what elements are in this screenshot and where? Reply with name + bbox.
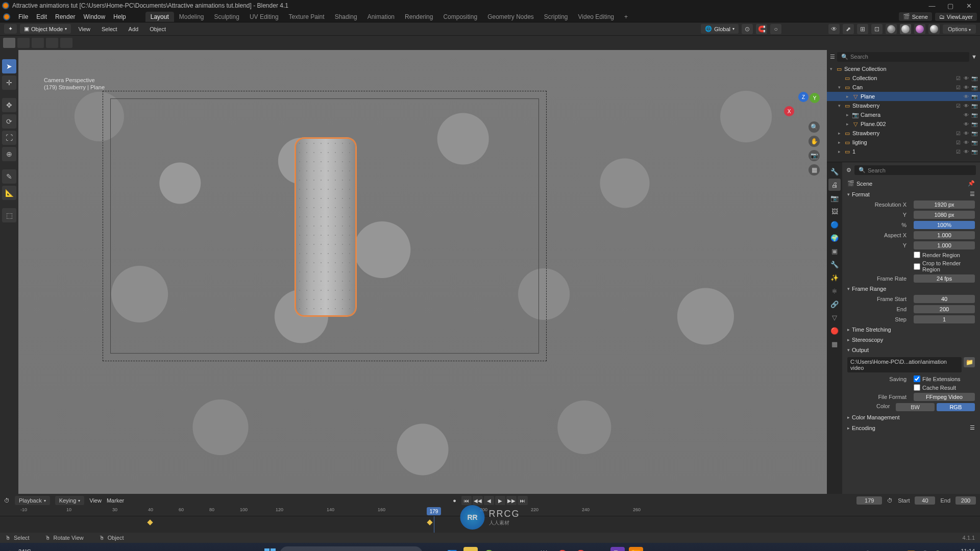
section-time-stretching[interactable]: ▸Time Stretching	[842, 324, 980, 335]
ptab-viewlayer[interactable]: 🖼	[828, 205, 841, 217]
frame-start-field[interactable]: 40	[914, 295, 975, 303]
tab-uv-editing[interactable]: UV Editing	[244, 12, 284, 22]
tab-modeling[interactable]: Modeling	[174, 12, 209, 22]
axis-x[interactable]: X	[784, 106, 794, 116]
tab-geometry-nodes[interactable]: Geometry Nodes	[482, 12, 539, 22]
ptab-data[interactable]: ▽	[828, 311, 841, 323]
weather-widget[interactable]: ⛅ 24°C Przew. słonecz.	[5, 548, 54, 552]
3d-viewport[interactable]: Camera Perspective (179) Strawberry | Pl…	[18, 50, 827, 494]
tree-camera[interactable]: ▸📷Camera👁📷	[827, 110, 980, 119]
visibility-icon[interactable]: 👁	[963, 85, 970, 90]
orientation-gizmo[interactable]: Z Y X	[784, 80, 820, 115]
render-icon[interactable]: 📷	[971, 121, 978, 127]
tree-strawberry-coll[interactable]: ▾▭Strawberry☑👁📷	[827, 101, 980, 110]
render-icon[interactable]: 📷	[971, 149, 978, 155]
maximize-button[interactable]: ▢	[941, 0, 960, 11]
close-button[interactable]: ✕	[960, 0, 978, 11]
blender-taskbar-icon[interactable]: 🟧	[629, 547, 643, 551]
keyframe[interactable]	[427, 519, 432, 525]
visibility-icon[interactable]: 👁	[963, 149, 970, 155]
restrict-select-icon[interactable]: ☑	[954, 103, 962, 109]
shading-material[interactable]	[914, 24, 925, 34]
outliner-filter[interactable]: ▼	[971, 54, 977, 60]
outliner-display-mode[interactable]: ☰	[830, 54, 835, 60]
selmode-2[interactable]	[17, 38, 30, 48]
timeline-editor-type[interactable]: ⏱	[4, 497, 10, 504]
preset-icon[interactable]: ☰	[970, 424, 975, 431]
app-circle-1-icon[interactable]: ⭕	[555, 547, 570, 551]
snap-toggle[interactable]: 🧲	[756, 24, 767, 34]
menu-help[interactable]: Help	[109, 13, 130, 20]
preset-icon[interactable]: ☰	[970, 191, 975, 197]
render-icon[interactable]: 📷	[971, 94, 978, 99]
viewlayer-selector[interactable]: 🗂ViewLayer	[935, 13, 977, 21]
timeline-marker[interactable]: Marker	[107, 497, 124, 504]
tree-collection[interactable]: ▭Collection☑👁📷	[827, 73, 980, 83]
xray-toggle[interactable]: ⊡	[871, 24, 883, 34]
shield-icon[interactable]: 🛡	[537, 547, 551, 551]
visibility-icon[interactable]: 👁	[963, 140, 970, 145]
start-button[interactable]	[264, 548, 276, 551]
tool-select[interactable]: ➤	[2, 59, 16, 73]
next-key-button[interactable]: ▶▶	[506, 496, 517, 505]
tree-scene-collection[interactable]: ▾▭Scene Collection	[827, 64, 980, 73]
color-bw-button[interactable]: BW	[896, 403, 934, 411]
prev-key-button[interactable]: ◀◀	[473, 496, 483, 505]
selected-object-can[interactable]	[295, 138, 356, 316]
axis-y[interactable]: Y	[810, 93, 820, 103]
restrict-select-icon[interactable]: ☑	[954, 140, 962, 145]
resolution-y-field[interactable]: 1080 px	[914, 211, 975, 219]
pan-icon[interactable]: ✋	[808, 136, 820, 147]
ptab-object[interactable]: ▣	[828, 245, 841, 257]
crop-region-check[interactable]	[914, 263, 920, 270]
section-output[interactable]: ▾Output	[842, 345, 980, 355]
tool-annotate[interactable]: ✎	[2, 169, 16, 184]
tab-compositing[interactable]: Compositing	[438, 12, 482, 22]
render-icon[interactable]: 📷	[971, 103, 978, 109]
tab-shading[interactable]: Shading	[330, 12, 362, 22]
tab-animation[interactable]: Animation	[362, 12, 400, 22]
timeline-view[interactable]: View	[89, 497, 102, 504]
taskbar-search[interactable]: 🔍Search	[280, 546, 423, 551]
editor-type-dropdown[interactable]: ✦	[4, 24, 17, 34]
minimize-button[interactable]: —	[923, 0, 941, 11]
shading-wireframe[interactable]	[886, 24, 897, 34]
restrict-select-icon[interactable]: ☑	[954, 149, 962, 155]
tool-cursor[interactable]: ✛	[2, 76, 16, 90]
taskview-icon[interactable]: ▣	[427, 547, 441, 551]
mode-dropdown[interactable]: ▣Object Mode▾	[20, 24, 71, 34]
render-region-check[interactable]	[914, 252, 920, 258]
menu-edit[interactable]: Edit	[32, 13, 51, 20]
proportional-toggle[interactable]: ○	[770, 24, 781, 34]
axis-z[interactable]: Z	[798, 92, 808, 102]
tree-can[interactable]: ▾▭Can☑👁📷	[827, 83, 980, 92]
section-format[interactable]: ▾Format☰	[842, 189, 980, 199]
tree-plane002[interactable]: ▸▽Plane.002👁📷	[827, 119, 980, 129]
frame-step-field[interactable]: 1	[914, 315, 975, 323]
file-format-dropdown[interactable]: FFmpeg Video	[914, 393, 975, 401]
overlay-dropdown[interactable]: ⊞	[857, 24, 868, 34]
tab-scripting[interactable]: Scripting	[539, 12, 573, 22]
cache-result-check[interactable]	[914, 384, 920, 391]
restrict-select-icon[interactable]: ☑	[954, 76, 962, 81]
resolution-pct-field[interactable]: 100%	[914, 221, 975, 229]
tool-add-cube[interactable]: ⬚	[2, 208, 16, 222]
render-icon[interactable]: 📷	[971, 140, 978, 145]
visibility-icon[interactable]: 👁	[963, 103, 970, 109]
tree-strawberry[interactable]: ▸▭Strawberry☑👁📷	[827, 129, 980, 138]
ptab-particles[interactable]: ✨	[828, 271, 841, 284]
store-icon[interactable]: 🛍	[500, 547, 514, 551]
tab-layout[interactable]: Layout	[145, 12, 174, 22]
prop-editor-type[interactable]: ⚙	[846, 167, 851, 173]
preview-range-toggle[interactable]: ⏱	[887, 497, 893, 504]
ptab-material[interactable]: 🔴	[828, 324, 841, 337]
tab-video-editing[interactable]: Video Editing	[573, 12, 620, 22]
visibility-icon[interactable]: 👁	[963, 121, 970, 127]
tl-end-field[interactable]: 200	[955, 496, 976, 505]
xbox-icon[interactable]: 🎮	[592, 547, 606, 551]
header-select[interactable]: Select	[97, 26, 121, 32]
restrict-select-icon[interactable]: ☑	[954, 85, 962, 90]
tl-start-field[interactable]: 40	[915, 496, 935, 505]
autokey-toggle[interactable]: ●	[453, 497, 456, 504]
color-rgb-button[interactable]: RGB	[937, 403, 975, 411]
